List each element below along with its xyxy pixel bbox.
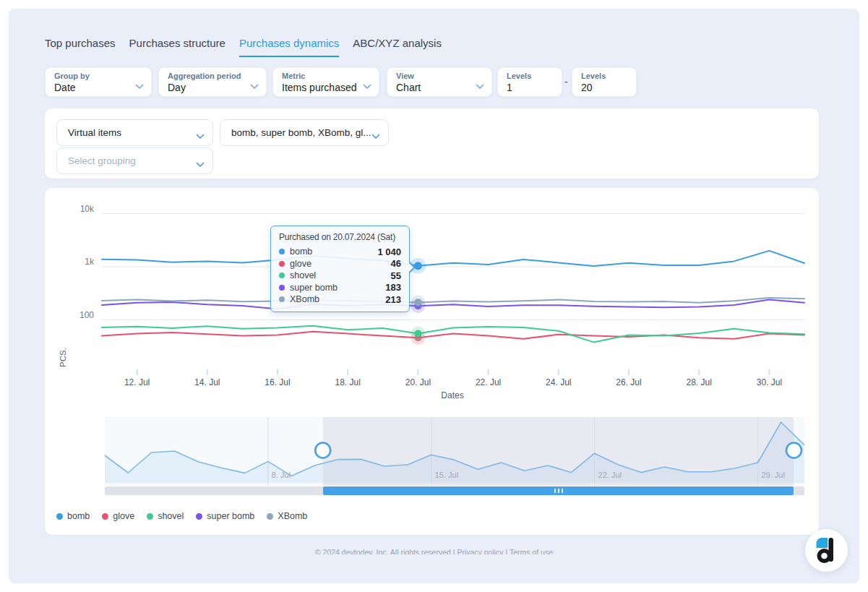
items-select[interactable]: bomb, super bomb, XBomb, gl... <box>220 119 389 146</box>
legend-label: glove <box>113 511 134 521</box>
category-select[interactable]: Virtual items <box>56 119 213 146</box>
filter-value: Date <box>54 82 142 94</box>
chevron-down-icon <box>196 159 205 170</box>
chevron-down-icon <box>196 131 205 142</box>
tooltip-row-glove: glove46 <box>279 258 401 270</box>
legend-color-dot <box>267 513 273 520</box>
tooltip-row-super-bomb: super bomb183 <box>279 282 401 294</box>
legend-item-bomb[interactable]: bomb <box>56 511 90 521</box>
legend-label: bomb <box>67 511 90 521</box>
legend-label: XBomb <box>278 511 307 521</box>
navigator-handle-left[interactable] <box>315 443 330 458</box>
legend-label: shovel <box>158 511 184 521</box>
filter-group-by[interactable]: Group byDate <box>45 67 152 97</box>
filter-aggregation-period[interactable]: Aggregation periodDay <box>158 67 267 97</box>
filter-value: 20 <box>581 82 627 94</box>
filter-label: Levels <box>507 72 553 81</box>
filter-view[interactable]: ViewChart <box>387 67 492 97</box>
tooltip-series-name: shovel <box>290 270 391 280</box>
tooltip-row-bomb: bomb1 040 <box>279 246 401 258</box>
tooltip-series-name: glove <box>290 259 391 269</box>
tooltip-title: Purchased on 20.07.2024 (Sat) <box>279 232 401 242</box>
tooltip-series-value: 183 <box>385 282 401 293</box>
chevron-down-icon <box>135 80 144 93</box>
legend-color-dot <box>56 513 63 520</box>
filter-label: Aggregation period <box>168 72 257 81</box>
series-color-dot <box>279 261 285 267</box>
devtodev-logo[interactable] <box>805 529 848 572</box>
tooltip-series-value: 213 <box>385 294 401 305</box>
series-color-dot <box>279 285 285 291</box>
legend-label: super bomb <box>207 511 254 521</box>
category-select-value: Virtual items <box>68 127 121 138</box>
filter-value: Chart <box>396 82 483 94</box>
tooltip-series-value: 46 <box>391 258 401 269</box>
series-color-dot <box>279 273 285 278</box>
filter-label: View <box>396 72 483 81</box>
devtodev-d-icon <box>815 537 838 565</box>
highlight-marker-xbomb <box>411 295 425 309</box>
tab-purchases-dynamics[interactable]: Purchases dynamics <box>239 37 339 57</box>
filter-label: Metric <box>282 72 370 81</box>
levels-range-separator: - <box>564 76 568 87</box>
legend-item-super-bomb[interactable]: super bomb <box>196 511 254 521</box>
chart-legend: bombgloveshovelsuper bombXBomb <box>56 511 307 521</box>
legend-color-dot <box>102 513 108 520</box>
highlight-marker-shovel <box>411 327 425 341</box>
tooltip-row-xbomb: XBomb213 <box>279 293 401 306</box>
tooltip-series-value: 1 040 <box>377 246 401 257</box>
legend-color-dot <box>147 513 153 520</box>
chart-tooltip: Purchased on 20.07.2024 (Sat) bomb1 040g… <box>270 226 410 312</box>
chevron-down-icon <box>371 131 380 142</box>
navigator-scrollbar-track[interactable] <box>105 486 804 495</box>
navigator-handle-right[interactable] <box>786 443 802 458</box>
legend-item-xbomb[interactable]: XBomb <box>267 511 307 521</box>
filter-metric[interactable]: MetricItems purchased <box>272 67 379 97</box>
filter-label: Levels <box>581 72 627 81</box>
chevron-down-icon <box>363 80 371 93</box>
legend-color-dot <box>196 513 202 520</box>
tooltip-series-value: 55 <box>391 270 401 281</box>
chevron-down-icon <box>250 80 259 93</box>
filter-levels-to[interactable]: Levels20 <box>572 67 637 97</box>
legend-item-shovel[interactable]: shovel <box>147 511 184 521</box>
tooltip-series-name: super bomb <box>290 283 385 293</box>
legend-item-glove[interactable]: glove <box>102 511 134 521</box>
filter-value: Items purchased <box>282 82 370 94</box>
chevron-down-icon <box>476 80 484 93</box>
series-color-dot <box>279 249 285 254</box>
tab-purchases-structure[interactable]: Purchases structure <box>129 37 225 57</box>
series-color-dot <box>279 296 285 302</box>
tabs: Top purchasesPurchases structurePurchase… <box>45 37 442 57</box>
grouping-select[interactable]: Select grouping <box>56 147 213 174</box>
filter-value: Day <box>168 82 257 94</box>
footer-text: © 2024 devtodev, Inc. All rights reserve… <box>0 548 868 554</box>
tooltip-series-name: bomb <box>290 246 377 257</box>
filter-label: Group by <box>54 72 142 81</box>
tab-abc-xyz-analysis[interactable]: ABC/XYZ analysis <box>353 37 442 57</box>
tab-top-purchases[interactable]: Top purchases <box>45 37 116 57</box>
navigator-scrollbar-thumb[interactable] <box>323 486 794 495</box>
filter-value: 1 <box>507 82 553 94</box>
items-select-value: bomb, super bomb, XBomb, gl... <box>231 127 371 138</box>
tooltip-row-shovel: shovel55 <box>279 270 401 282</box>
grouping-select-placeholder: Select grouping <box>68 155 136 166</box>
filter-levels-from[interactable]: Levels1 <box>497 67 562 97</box>
tooltip-series-name: XBomb <box>290 294 385 304</box>
